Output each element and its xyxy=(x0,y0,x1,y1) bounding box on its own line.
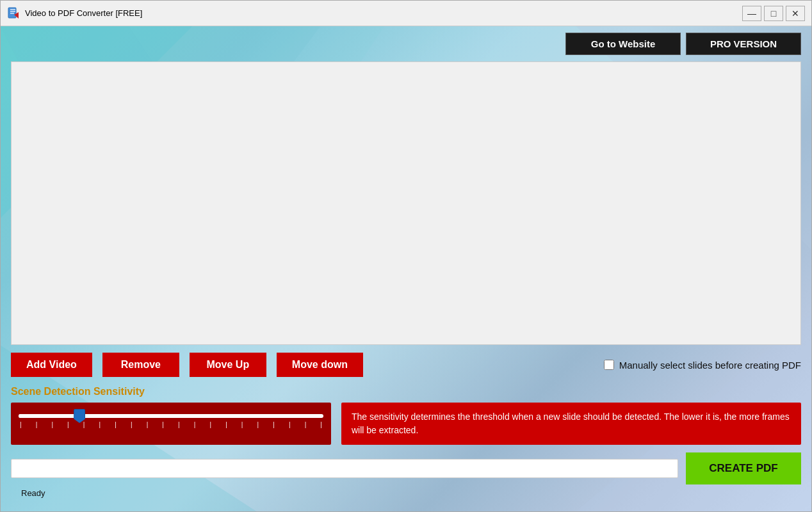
svg-rect-1 xyxy=(10,9,15,10)
status-text: Ready xyxy=(21,488,45,498)
maximize-button[interactable]: □ xyxy=(764,6,783,21)
create-pdf-button[interactable]: CREATE PDF xyxy=(686,452,801,484)
window-title: Video to PDF Converter [FREE] xyxy=(25,8,742,18)
pro-version-button[interactable]: PRO VERSION xyxy=(686,33,801,55)
slider-container: | | | | | | | | | | | | | | | xyxy=(11,403,331,445)
go-to-website-button[interactable]: Go to Website xyxy=(565,33,681,55)
slider-track xyxy=(19,414,323,418)
svg-rect-3 xyxy=(10,13,14,14)
top-buttons-row: Go to Website PRO VERSION xyxy=(11,33,801,55)
bottom-row: CREATE PDF xyxy=(11,452,801,484)
remove-button[interactable]: Remove xyxy=(102,353,179,377)
title-bar: Video to PDF Converter [FREE] — □ ✕ xyxy=(1,1,811,26)
add-video-button[interactable]: Add Video xyxy=(11,353,92,377)
action-buttons-row: Add Video Remove Move Up Move down Manua… xyxy=(11,353,801,377)
scene-detection-section: Scene Detection Sensitivity | | | | | | … xyxy=(11,386,801,445)
main-window: Video to PDF Converter [FREE] — □ ✕ Go t… xyxy=(0,0,812,512)
window-controls: — □ ✕ xyxy=(742,6,805,21)
move-up-button[interactable]: Move Up xyxy=(190,353,266,377)
scene-detection-title: Scene Detection Sensitivity xyxy=(11,386,801,397)
minimize-button[interactable]: — xyxy=(742,6,761,21)
slider-fill xyxy=(19,414,79,418)
slider-info-row: | | | | | | | | | | | | | | | xyxy=(11,403,801,445)
move-down-button[interactable]: Move down xyxy=(277,353,363,377)
app-icon xyxy=(7,7,20,20)
progress-bar xyxy=(11,459,678,478)
manually-select-checkbox-group: Manually select slides before creating P… xyxy=(604,360,801,371)
video-list-area xyxy=(11,61,801,345)
svg-rect-2 xyxy=(10,11,15,12)
slider-ticks: | | | | | | | | | | | | | | | xyxy=(19,422,323,428)
main-content-area: Go to Website PRO VERSION Add Video Remo… xyxy=(1,26,811,511)
close-button[interactable]: ✕ xyxy=(786,6,805,21)
status-bar: Ready xyxy=(11,484,801,501)
sensitivity-info-box: The sensitivity determines the threshold… xyxy=(341,403,801,445)
manually-select-checkbox[interactable] xyxy=(604,360,614,370)
manually-select-label[interactable]: Manually select slides before creating P… xyxy=(619,360,801,371)
